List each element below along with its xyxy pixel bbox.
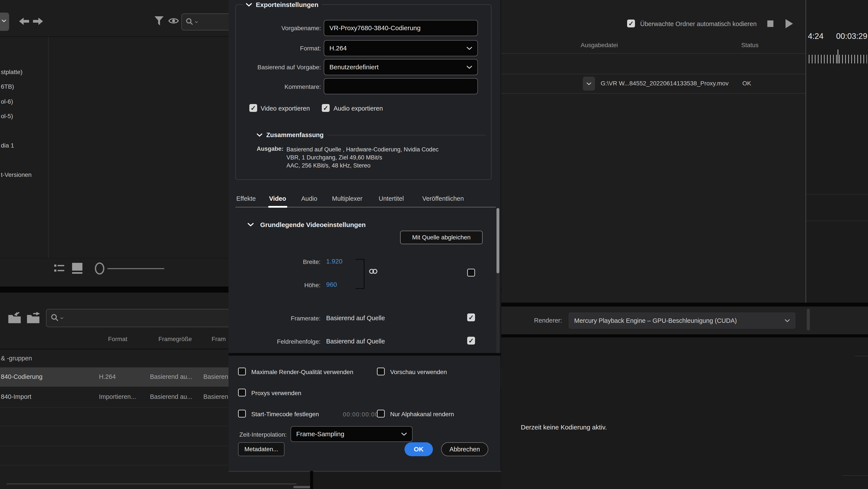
partial-dropdown-button[interactable] bbox=[0, 12, 9, 31]
tree-item-versions[interactable]: t-Versionen bbox=[1, 171, 32, 178]
metadata-button[interactable]: Metadaten... bbox=[238, 442, 284, 456]
list-view-icon[interactable] bbox=[54, 263, 64, 274]
export-preset-icon[interactable] bbox=[27, 312, 40, 325]
row-divider bbox=[0, 446, 228, 446]
preset-name: 840-Codierung bbox=[1, 373, 42, 380]
time-interpolation-value: Frame-Sampling bbox=[296, 430, 344, 438]
tree-item-media1[interactable]: dia 1 bbox=[1, 142, 14, 149]
start-timecode-value[interactable]: 00:00:00:00 bbox=[343, 411, 379, 418]
watch-folders-checkbox[interactable]: ✓ bbox=[627, 20, 635, 27]
col-status[interactable]: Status bbox=[741, 42, 758, 49]
tab-effekte[interactable]: Effekte bbox=[236, 195, 256, 202]
match-source-button[interactable]: Mit Quelle abgleichen bbox=[400, 231, 483, 244]
h-scrollbar-thumb[interactable] bbox=[293, 486, 311, 488]
preset-group-row[interactable]: & -gruppen bbox=[1, 355, 32, 362]
time-interpolation-dropdown[interactable]: Frame-Sampling bbox=[290, 426, 412, 442]
back-arrow-icon[interactable] bbox=[19, 17, 29, 27]
tree-item-vol6[interactable]: ol-6) bbox=[1, 98, 13, 105]
preset-name-input[interactable]: VR-Proxy7680-3840-Codierung bbox=[324, 20, 478, 36]
import-preset-icon[interactable] bbox=[8, 312, 21, 325]
alpha-only-checkbox[interactable] bbox=[377, 410, 385, 418]
stop-icon[interactable] bbox=[767, 21, 773, 27]
start-timecode-checkbox[interactable] bbox=[238, 410, 246, 418]
field-order-value[interactable]: Basierend auf Quelle bbox=[326, 338, 385, 345]
use-proxies-label: Proxys verwenden bbox=[251, 390, 301, 397]
format-dropdown[interactable]: H.264 bbox=[324, 40, 478, 56]
cancel-button[interactable]: Abbrechen bbox=[441, 442, 488, 456]
preset-framesize: Basierend au... bbox=[150, 373, 192, 380]
encoding-status-text: Derzeit keine Kodierung aktiv. bbox=[521, 424, 607, 431]
play-icon[interactable] bbox=[785, 19, 793, 28]
export-video-checkbox[interactable]: ✓ bbox=[249, 104, 257, 112]
renderer-dropdown[interactable]: Mercury Playback Engine – GPU-Beschleuni… bbox=[568, 312, 796, 329]
zoom-slider-track[interactable] bbox=[107, 268, 164, 269]
preset-search-input[interactable] bbox=[46, 309, 237, 327]
ok-button[interactable]: OK bbox=[404, 442, 433, 456]
chevron-down-icon bbox=[587, 82, 591, 85]
link-icon[interactable] bbox=[369, 268, 378, 275]
col-output-file[interactable]: Ausgabedatei bbox=[581, 42, 618, 49]
ame-app: { "window": { "top_timecode_left": "4:24… bbox=[0, 0, 868, 489]
tab-video[interactable]: Video bbox=[269, 195, 286, 202]
corner-divider bbox=[855, 356, 868, 356]
tab-active-underline bbox=[268, 206, 287, 208]
export-settings-title: Exporteinstellungen bbox=[256, 1, 318, 8]
chevron-down-icon bbox=[246, 3, 252, 6]
eye-icon[interactable] bbox=[168, 18, 179, 25]
row-expand-button[interactable] bbox=[583, 77, 595, 91]
max-render-quality-checkbox[interactable] bbox=[238, 368, 246, 375]
tab-veroeffentlichen[interactable]: Veröffentlichen bbox=[422, 195, 464, 202]
comments-input[interactable] bbox=[324, 78, 478, 94]
width-value[interactable]: 1.920 bbox=[326, 258, 342, 265]
col-framesize[interactable]: Framegröße bbox=[158, 336, 192, 343]
framerate-checkbox[interactable]: ✓ bbox=[467, 314, 475, 321]
watch-folders-label: Überwachte Ordner automatisch kodieren bbox=[640, 21, 757, 28]
filter-icon[interactable] bbox=[155, 16, 164, 27]
export-video-label: Video exportieren bbox=[260, 105, 310, 112]
col-framerate[interactable]: Fram bbox=[212, 336, 226, 343]
dimension-checkbox[interactable] bbox=[467, 269, 475, 277]
content-separator-band bbox=[228, 353, 501, 355]
max-render-quality-label: Maximale Render-Qualität verwenden bbox=[251, 369, 353, 376]
height-value[interactable]: 960 bbox=[326, 281, 337, 288]
tree-item-volume[interactable]: 6TB) bbox=[1, 83, 14, 90]
preset-framerate: Basieren bbox=[203, 373, 228, 380]
format-value: H.264 bbox=[330, 45, 347, 52]
summary-header[interactable]: Zusammenfassung bbox=[257, 132, 486, 139]
use-previews-checkbox[interactable] bbox=[377, 368, 385, 375]
renderer-top-band bbox=[501, 303, 868, 307]
tab-untertitel[interactable]: Untertitel bbox=[379, 195, 404, 202]
zoom-slider-knob[interactable] bbox=[95, 262, 104, 275]
use-proxies-checkbox[interactable] bbox=[238, 389, 246, 397]
basic-video-settings-title: Grundlegende Videoeinstellungen bbox=[260, 221, 366, 229]
chevron-down-icon bbox=[467, 47, 472, 50]
forward-arrow-icon[interactable] bbox=[33, 17, 43, 27]
timecode-current: 4:24 bbox=[808, 32, 824, 41]
row-divider bbox=[0, 426, 228, 426]
field-order-checkbox[interactable]: ✓ bbox=[467, 337, 475, 345]
status-value: OK bbox=[742, 80, 751, 87]
encoding-panel: Derzeit keine Kodierung aktiv. bbox=[501, 337, 868, 489]
queue-row[interactable]: G:\VR W...84552_20220614133538_Proxy.mov… bbox=[501, 74, 806, 93]
col-format[interactable]: Format bbox=[108, 336, 127, 343]
based-on-preset-dropdown[interactable]: Benutzerdefiniert bbox=[324, 59, 478, 75]
summary-header-line bbox=[328, 135, 486, 135]
tab-multiplexer[interactable]: Multiplexer bbox=[332, 195, 362, 202]
chevron-down-icon bbox=[467, 66, 472, 69]
preset-framesize: Basierend au... bbox=[150, 393, 192, 400]
queue-preview-divider[interactable] bbox=[806, 0, 806, 307]
dialog-scrollbar-thumb[interactable] bbox=[496, 208, 499, 273]
search-icon bbox=[186, 18, 193, 26]
tree-item-disk[interactable]: stplatte) bbox=[1, 69, 23, 76]
summary-line-audio: AAC, 256 KBit/s, 48 kHz, Stereo bbox=[286, 162, 439, 170]
export-audio-checkbox[interactable]: ✓ bbox=[322, 104, 330, 112]
h-scrollbar-track[interactable] bbox=[6, 484, 297, 484]
chevron-down-icon[interactable] bbox=[248, 223, 254, 226]
thumbnail-view-icon[interactable] bbox=[72, 263, 83, 275]
timecode-duration: 00:03:29: bbox=[836, 32, 868, 41]
tree-item-vol5[interactable]: ol-5) bbox=[1, 113, 13, 120]
summary-output-label: Ausgabe: bbox=[257, 146, 283, 170]
framerate-value[interactable]: Basierend auf Quelle bbox=[326, 315, 385, 322]
export-settings-header[interactable]: Exporteinstellungen bbox=[243, 0, 322, 9]
tab-audio[interactable]: Audio bbox=[301, 195, 317, 202]
